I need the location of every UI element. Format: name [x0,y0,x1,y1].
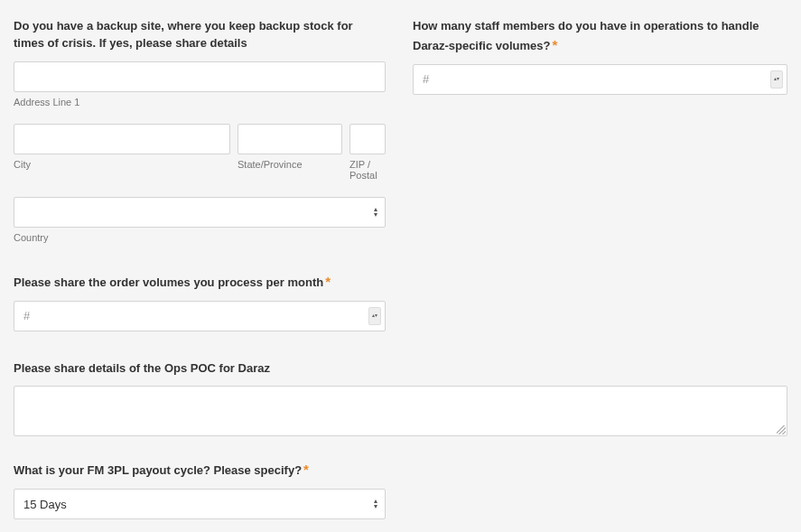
staff-members-label: How many staff members do you have in op… [413,18,787,55]
backup-site-label: Do you have a backup site, where you kee… [14,18,386,52]
required-icon: * [303,462,309,477]
country-sublabel: Country [14,232,386,243]
zip-sublabel: ZIP / Postal [349,159,386,181]
city-sublabel: City [14,159,230,170]
required-icon: * [552,37,557,52]
number-spinner-icon[interactable]: ▴▾ [368,307,381,325]
number-spinner-icon[interactable]: ▴▾ [770,70,783,89]
staff-members-input[interactable]: # ▴▾ [413,64,787,95]
state-sublabel: State/Province [238,159,342,170]
ops-poc-textarea[interactable] [14,386,787,436]
ops-poc-label: Please share details of the Ops POC for … [14,360,787,378]
required-icon: * [325,274,331,289]
payout-cycle-label: What is your FM 3PL payout cycle? Please… [14,460,386,480]
backup-zip-input[interactable] [349,124,386,154]
backup-address-line1-input[interactable] [14,61,386,92]
payout-cycle-value: 15 Days [23,498,67,511]
backup-state-input[interactable] [238,124,342,154]
backup-city-input[interactable] [14,124,230,154]
backup-country-select[interactable]: ▴▾ [14,197,386,228]
order-volumes-label: Please share the order volumes you proce… [14,272,386,292]
payout-cycle-select[interactable]: 15 Days ▴▾ [14,489,386,519]
address-line1-sublabel: Address Line 1 [14,97,386,107]
chevron-updown-icon: ▴▾ [374,499,377,509]
order-volumes-input[interactable]: # ▴▾ [14,301,386,331]
chevron-updown-icon: ▴▾ [374,207,377,218]
